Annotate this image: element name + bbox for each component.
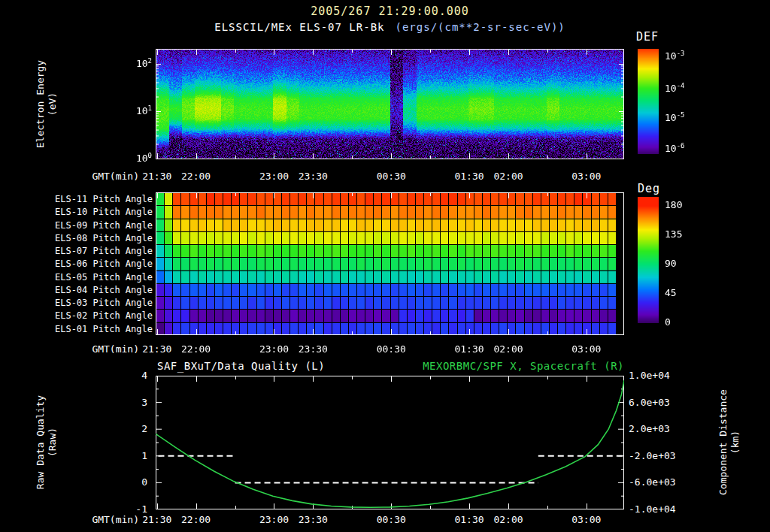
energy-tick-label: 101 [113,104,152,116]
data-quality-title: SAF_BXuT/Data Quality (L) [157,360,325,372]
distance-tick-label: 6.0e+03 [629,397,689,408]
quality-axis-label: Raw Data Quality (Raw) [35,376,59,509]
x-tick-label: 01:30 [452,514,487,525]
x-tick-label: 02:00 [491,171,526,182]
x-tick-label: 03:00 [569,171,604,182]
energy-spectrogram-canvas [156,49,624,159]
spacecraft-x-curve [156,380,624,507]
pitch-row-label: ELS-05 Pitch Angle [44,272,153,283]
gmt-axis-label-middle: GMT(min) [77,343,139,355]
quality-tick-label: 4 [114,370,147,381]
x-tick-label: 00:30 [374,343,408,355]
quality-tick-label: 3 [114,397,147,408]
energy-axis-label-line1: Electron Energy [35,49,47,159]
instrument-units: (ergs/(cm**2-sr-sec-eV)) [396,21,565,33]
x-tick-label: 02:00 [491,343,526,355]
x-tick-label: 23:30 [296,514,330,525]
x-tick-label: 00:30 [374,171,408,182]
deg-colorbar [638,197,659,323]
x-tick-label: 01:30 [452,171,487,182]
x-tick-label: 23:00 [256,343,291,355]
def-colorbar-tick-label: 10-3 [665,50,710,62]
deg-colorbar-tick-label: 135 [665,228,702,240]
x-tick-label: 02:00 [491,514,526,525]
x-tick-label: 22:00 [179,514,214,525]
quality-tick-label: -1 [114,503,147,515]
deg-colorbar-tick-label: 90 [665,258,702,269]
pitch-angle-panel-canvas [156,192,624,335]
distance-axis-label-line1: Component Distance [717,376,729,509]
x-tick-label: 22:00 [179,171,214,182]
panel-frame [156,376,624,509]
pitch-row-label: ELS-08 Pitch Angle [44,233,153,243]
quality-tick-label: 1 [114,450,147,461]
quality-axis-label-line1: Raw Data Quality [35,376,47,509]
pitch-row-label: ELS-06 Pitch Angle [44,258,153,269]
spacecraft-x-title: MEXORBMC/SPF X, Spacecraft (R) [301,360,624,372]
pitch-row-label: ELS-04 Pitch Angle [44,285,153,295]
def-colorbar-tick-label: 10-5 [665,111,710,123]
plot-date-title: 2005/267 21:29:00.000 [156,5,624,18]
deg-colorbar-tick-label: 180 [665,199,702,210]
x-tick-label: 23:00 [256,171,291,182]
def-colorbar [638,49,659,154]
distance-axis-label-line2: (km) [729,376,741,509]
x-tick-label: 21:30 [140,171,174,182]
bottom-series-svg [156,376,624,509]
def-colorbar-tick-label: 10-6 [665,142,710,154]
def-colorbar-title: DEF [636,30,659,44]
gmt-axis-label-bottom: GMT(min) [77,514,139,525]
deg-colorbar-title: Deg [638,182,660,195]
distance-tick-label: -2.0e+03 [629,450,689,461]
energy-tick-label: 100 [113,152,152,164]
pitch-row-label: ELS-07 Pitch Angle [44,246,153,256]
quality-tick-label: 0 [114,476,147,488]
deg-colorbar-tick-label: 0 [665,316,702,328]
x-tick-label: 03:00 [569,514,604,525]
x-tick-label: 23:30 [296,343,330,355]
plot-instrument-title: ELSSCIL/MEx ELS-07 LR-Bk(ergs/(cm**2-sr-… [80,21,699,33]
x-tick-label: 23:00 [256,514,291,525]
x-tick-label: 21:30 [140,514,174,525]
gmt-axis-label-top: GMT(min) [77,171,139,182]
quality-tick-label: 2 [114,423,147,434]
quality-axis-label-line2: (Raw) [47,376,59,509]
instrument-name: ELSSCIL/MEx ELS-07 LR-Bk [214,21,384,33]
pitch-row-label: ELS-01 Pitch Angle [44,324,153,334]
pitch-row-label: ELS-09 Pitch Angle [44,220,153,231]
deg-colorbar-tick-label: 45 [665,287,702,298]
distance-tick-label: -1.0e+04 [629,503,689,515]
energy-axis-label-line2: (eV) [47,49,59,159]
cdaweb-plot-figure: 2005/267 21:29:00.000 ELSSCIL/MEx ELS-07… [0,0,770,532]
distance-tick-label: -6.0e+03 [629,476,689,488]
x-tick-label: 01:30 [452,343,487,355]
x-tick-label: 23:30 [296,171,330,182]
pitch-row-label: ELS-03 Pitch Angle [44,298,153,308]
energy-tick-label: 102 [113,57,152,69]
pitch-row-label: ELS-10 Pitch Angle [44,207,153,217]
pitch-row-label: ELS-02 Pitch Angle [44,310,153,321]
x-tick-label: 03:00 [569,343,604,355]
energy-axis-label: Electron Energy (eV) [35,49,59,159]
x-tick-label: 00:30 [374,514,408,525]
distance-tick-label: 1.0e+04 [629,370,689,381]
distance-axis-label: Component Distance (km) [717,376,742,509]
def-colorbar-tick-label: 10-4 [665,82,710,94]
x-tick-label: 21:30 [140,343,174,355]
distance-tick-label: 2.0e+03 [629,423,689,434]
x-tick-label: 22:00 [179,343,214,355]
pitch-row-label: ELS-11 Pitch Angle [44,194,153,204]
